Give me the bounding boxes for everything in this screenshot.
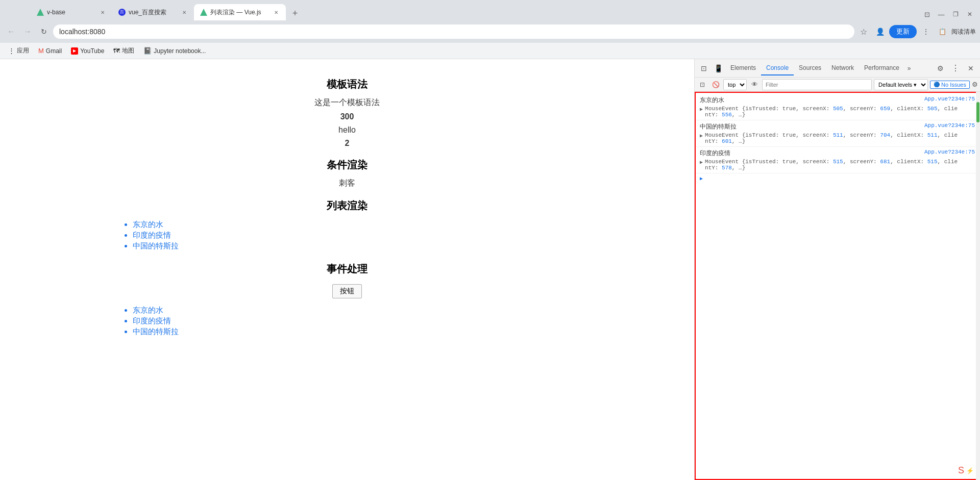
youtube-favicon: ▶ <box>71 47 78 55</box>
list-item-3[interactable]: 中国的特斯拉 <box>133 241 179 251</box>
devtools-tab-console[interactable]: Console <box>761 61 794 75</box>
vue-favicon-tab1 <box>37 9 44 16</box>
log-detail-2: ▶ MouseEvent {isTrusted: true, screenX: … <box>700 132 975 144</box>
profile-icon[interactable]: 👤 <box>873 24 887 39</box>
log-detail-1: ▶ MouseEvent {isTrusted: true, screenX: … <box>700 106 975 118</box>
new-tab-button[interactable]: + <box>288 6 302 20</box>
expand-arrow-1[interactable]: ▶ <box>700 106 703 112</box>
event-list-items: 东京的水 印度的疫情 中国的特斯拉 <box>102 305 179 338</box>
bookmark-gmail[interactable]: M Gmail <box>34 46 66 56</box>
event-list-item-3[interactable]: 中国的特斯拉 <box>133 327 179 337</box>
console-context-select[interactable]: top <box>723 79 747 90</box>
conditional-text: 刺客 <box>339 178 355 189</box>
cast-icon[interactable]: ⊡ <box>921 8 933 20</box>
scrollbar-thumb <box>976 102 979 122</box>
extensions-icon[interactable]: ⋮ <box>919 24 933 39</box>
log-entry-3[interactable]: 印度的疫情 App.vue?234e:75 ▶ MouseEvent {isTr… <box>696 147 979 173</box>
console-settings-icon[interactable]: ⚙ <box>972 81 978 88</box>
update-button[interactable]: 更新 <box>889 25 917 38</box>
devtools-right-icons: ⚙ ⋮ ✕ <box>933 61 978 75</box>
devtools-settings-icon[interactable]: ⚙ <box>933 61 947 75</box>
console-expand-icon[interactable]: ▶ <box>700 175 703 182</box>
reading-list-label: 阅读清单 <box>951 28 976 36</box>
no-issues-text: No Issues <box>941 82 966 88</box>
reload-button[interactable]: ↻ <box>37 24 51 39</box>
devtools-device-icon[interactable]: 📱 <box>711 61 725 75</box>
devtools-toolbar: ⊡ 📱 Elements Console Sources Network Per… <box>695 59 980 78</box>
log-detail-text-1: MouseEvent {isTrusted: true, screenX: 50… <box>705 106 958 118</box>
console-eye-icon[interactable]: 👁 <box>749 79 760 90</box>
expand-arrow-2[interactable]: ▶ <box>700 133 703 139</box>
devtools-menu-icon[interactable]: ⋮ <box>948 61 963 75</box>
gmail-favicon: M <box>38 47 44 55</box>
log-entry-2[interactable]: 中国的特斯拉 App.vue?234e:75 ▶ MouseEvent {isT… <box>696 120 979 147</box>
devtools-tab-sources[interactable]: Sources <box>794 61 826 75</box>
console-log-area: 东京的水 App.vue?234e:75 ▶ MouseEvent {isTru… <box>695 92 980 480</box>
log-source-3[interactable]: App.vue?234e:75 <box>924 149 975 155</box>
devtools-tab-performance[interactable]: Performance <box>859 61 904 75</box>
main-area: 模板语法 这是一个模板语法 300 hello 2 条件渲染 刺客 列表渲染 东… <box>0 59 980 480</box>
log-title-2: 中国的特斯拉 <box>700 122 737 131</box>
log-entry-1[interactable]: 东京的水 App.vue?234e:75 ▶ MouseEvent {isTru… <box>696 94 979 120</box>
log-source-1[interactable]: App.vue?234e:75 <box>924 96 975 102</box>
back-button[interactable]: ← <box>4 24 18 39</box>
address-bar: ← → ↻ ☆ 👤 更新 ⋮ 📋 阅读清单 <box>0 20 980 43</box>
tab-baidu-search[interactable]: 百 vue_百度搜索 ✕ <box>112 4 194 20</box>
no-issues-badge[interactable]: 🔵 No Issues <box>930 81 970 89</box>
list-item-1[interactable]: 东京的水 <box>133 220 179 230</box>
log-detail-3: ▶ MouseEvent {isTrusted: true, screenX: … <box>700 159 975 171</box>
bookmark-maps[interactable]: 🗺 地图 <box>109 45 138 56</box>
no-issues-icon: 🔵 <box>934 82 940 87</box>
conditional-render-title: 条件渲染 <box>327 158 368 172</box>
tab-vuejs-close[interactable]: ✕ <box>273 9 280 16</box>
bookmark-apps[interactable]: ⋮ 应用 <box>4 45 33 56</box>
minimize-button[interactable]: — <box>935 8 947 20</box>
forward-button[interactable]: → <box>20 24 35 39</box>
default-levels-select[interactable]: Default levels ▾ <box>874 79 928 90</box>
bookmark-star-icon[interactable]: ☆ <box>856 24 871 39</box>
devtools-tabs: Elements Console Sources Network Perform… <box>725 61 933 75</box>
tab-vuejs-title: 列表渲染 — Vue.js <box>210 8 270 17</box>
list-render-title: 列表渲染 <box>327 199 368 213</box>
expand-arrow-3[interactable]: ▶ <box>700 159 703 165</box>
devtools-inspect-icon[interactable]: ⊡ <box>697 61 711 75</box>
tab-baidu-close[interactable]: ✕ <box>181 9 188 16</box>
address-input[interactable] <box>53 24 854 39</box>
close-button[interactable]: ✕ <box>964 8 976 20</box>
template-number-300: 300 <box>340 112 354 121</box>
tab-v-base-close[interactable]: ✕ <box>99 9 106 16</box>
jupyter-favicon: 📓 <box>143 47 152 55</box>
sonar-menu[interactable]: ⚡ <box>966 467 974 474</box>
browser-chrome: v-base ✕ 百 vue_百度搜索 ✕ 列表渲染 — Vue.js ✕ + … <box>0 0 980 59</box>
devtools-tab-network[interactable]: Network <box>826 61 859 75</box>
maximize-button[interactable]: ❐ <box>949 8 962 20</box>
devtools-tab-elements[interactable]: Elements <box>725 61 761 75</box>
console-toolbar: ⊡ 🚫 top 👁 Default levels ▾ 🔵 No Issues ⚙ <box>695 78 980 92</box>
maps-favicon: 🗺 <box>113 47 120 55</box>
event-list-item-2[interactable]: 印度的疫情 <box>133 316 179 326</box>
log-source-2[interactable]: App.vue?234e:75 <box>924 122 975 129</box>
sonar-icon: S <box>958 465 964 476</box>
template-number-2: 2 <box>345 139 350 148</box>
list-render-items: 东京的水 印度的疫情 中国的特斯拉 <box>102 219 179 252</box>
bookmarks-bar: ⋮ 应用 M Gmail ▶ YouTube 🗺 地图 📓 Jupyter no… <box>0 43 980 59</box>
console-block-icon[interactable]: 🚫 <box>710 79 721 90</box>
devtools-more-tabs[interactable]: » <box>904 62 914 75</box>
event-handling-title: 事件处理 <box>327 262 368 276</box>
console-left-icon[interactable]: ⊡ <box>697 79 708 90</box>
devtools-close-icon[interactable]: ✕ <box>964 61 978 75</box>
list-item-2[interactable]: 印度的疫情 <box>133 231 179 240</box>
console-filter-input[interactable] <box>762 79 872 90</box>
side-scrollbar[interactable] <box>976 92 980 480</box>
tab-v-base-title: v-base <box>47 9 96 16</box>
bookmark-jupyter[interactable]: 📓 Jupyter notebook... <box>139 46 210 56</box>
reading-list-icon[interactable]: 📋 <box>935 24 949 39</box>
log-title-3: 印度的疫情 <box>700 149 730 158</box>
event-list-item-1[interactable]: 东京的水 <box>133 306 179 315</box>
tab-vuejs-list[interactable]: 列表渲染 — Vue.js ✕ <box>194 4 286 20</box>
bookmark-youtube[interactable]: ▶ YouTube <box>67 46 108 56</box>
devtools-bottom-icon[interactable]: S ⚡ <box>958 465 974 476</box>
tab-v-base[interactable]: v-base ✕ <box>31 4 112 20</box>
log-title-1: 东京的水 <box>700 96 724 105</box>
event-button[interactable]: 按钮 <box>332 284 362 298</box>
